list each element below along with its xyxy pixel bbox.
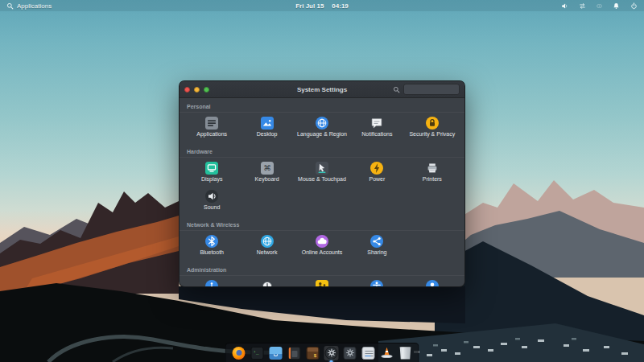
wallet-icon <box>307 347 320 360</box>
settings-item-sharing[interactable]: Sharing <box>349 233 404 261</box>
section-grid: ApplicationsDesktopLanguage & RegionNoti… <box>180 113 464 145</box>
settings-item-bluetooth[interactable]: Bluetooth <box>184 233 239 261</box>
notifications-icon <box>370 117 383 130</box>
dock-item-firefox[interactable] <box>232 346 246 360</box>
network-arrows-icon[interactable] <box>579 2 586 10</box>
applications-menu[interactable]: Applications <box>6 2 52 10</box>
dock-item-files[interactable] <box>269 346 283 360</box>
session-power-icon[interactable] <box>630 2 638 10</box>
applications-icon <box>205 117 218 130</box>
section-grid: AboutDate & TimeParental ControlUniversa… <box>180 276 464 287</box>
search-icon <box>6 2 14 10</box>
dock-item-settings[interactable] <box>324 346 339 360</box>
settings-item-about[interactable]: About <box>184 278 239 287</box>
user-accounts-icon <box>426 280 439 287</box>
settings-item-label: Online Accounts <box>302 249 343 255</box>
section-header-personal: Personal <box>180 100 464 113</box>
settings-item-sound[interactable]: Sound <box>184 188 239 216</box>
settings-item-label: Sound <box>204 204 220 210</box>
panel-indicators <box>561 2 638 10</box>
dock-item-appcenter[interactable] <box>361 346 376 360</box>
minimize-button[interactable] <box>194 87 200 93</box>
window-titlebar[interactable]: System Settings <box>180 81 464 98</box>
settings-item-label: Displays <box>201 176 222 182</box>
photos-icon <box>288 347 301 360</box>
window-controls <box>184 87 209 93</box>
settings-item-label: Notifications <box>361 131 392 137</box>
dock-item-vlc[interactable] <box>380 346 394 360</box>
settings-item-label: Security & Privacy <box>409 131 455 137</box>
dock <box>225 343 419 362</box>
settings-search-input[interactable] <box>403 84 460 95</box>
dock-item-trash[interactable] <box>398 346 413 360</box>
appcenter-icon <box>362 347 375 360</box>
settings-item-user-accounts[interactable]: User Accounts <box>405 278 460 287</box>
mouse-icon <box>316 162 328 175</box>
settings-body: PersonalApplicationsDesktopLanguage & Re… <box>180 98 464 287</box>
printers-icon <box>426 162 439 175</box>
settings-item-label: Sharing <box>367 249 386 255</box>
dock-item-tweaks[interactable] <box>343 346 357 360</box>
dock-item-wallet[interactable] <box>306 346 320 360</box>
settings-item-language[interactable]: Language & Region <box>295 115 349 143</box>
volume-icon[interactable] <box>561 2 568 10</box>
window-search <box>393 84 460 95</box>
settings-item-label: Desktop <box>257 131 278 137</box>
search-icon <box>393 86 400 93</box>
settings-item-label: Mouse & Touchpad <box>298 176 346 182</box>
desktop-icon <box>261 117 274 130</box>
online-accounts-icon <box>316 235 328 248</box>
settings-item-universal-access[interactable]: Universal Access <box>349 278 404 287</box>
section-grid: DisplaysKeyboardMouse & TouchpadPowerPri… <box>180 158 464 218</box>
security-icon <box>426 117 439 130</box>
settings-item-printers[interactable]: Printers <box>405 160 460 188</box>
top-panel: Applications Fri Jul 15 04:19 <box>0 0 644 11</box>
trash-icon <box>399 347 412 360</box>
settings-icon <box>325 347 338 360</box>
settings-item-label: Power <box>369 176 385 182</box>
language-icon <box>316 117 328 130</box>
settings-item-applications[interactable]: Applications <box>184 115 239 143</box>
panel-clock[interactable]: Fri Jul 15 04:19 <box>295 2 349 10</box>
firefox-icon <box>233 347 246 360</box>
close-button[interactable] <box>184 87 190 93</box>
maximize-button[interactable] <box>204 87 209 93</box>
settings-item-security[interactable]: Security & Privacy <box>405 115 460 143</box>
sound-icon <box>205 190 218 203</box>
settings-item-keyboard[interactable]: Keyboard <box>239 160 294 188</box>
notifications-bell-icon[interactable] <box>613 2 620 10</box>
applications-menu-label: Applications <box>17 2 52 10</box>
section-header-hardware: Hardware <box>180 145 464 158</box>
settings-item-notifications[interactable]: Notifications <box>349 115 404 143</box>
settings-item-label: Keyboard <box>255 176 279 182</box>
parental-icon <box>316 280 328 287</box>
displays-icon <box>205 162 218 175</box>
vlc-icon <box>381 347 394 360</box>
settings-item-network[interactable]: Network <box>239 233 294 261</box>
settings-item-online-accounts[interactable]: Online Accounts <box>295 233 349 261</box>
dock-item-photos[interactable] <box>287 346 302 360</box>
bluetooth-icon <box>205 235 218 248</box>
about-icon <box>205 280 218 287</box>
settings-item-datetime[interactable]: Date & Time <box>239 278 294 287</box>
keyboard-icon <box>261 162 274 175</box>
settings-item-mouse[interactable]: Mouse & Touchpad <box>295 160 349 188</box>
datetime-icon <box>261 280 274 287</box>
section-grid: BluetoothNetworkOnline AccountsSharing <box>180 231 464 263</box>
settings-item-desktop[interactable]: Desktop <box>239 115 294 143</box>
settings-item-label: Printers <box>423 176 442 182</box>
settings-item-label: Network <box>257 249 278 255</box>
input-method-icon[interactable] <box>597 3 602 9</box>
sharing-icon <box>370 235 383 248</box>
network-icon <box>261 235 274 248</box>
settings-item-parental[interactable]: Parental Control <box>295 278 349 287</box>
system-settings-window: System Settings PersonalApplicationsDesk… <box>179 80 465 287</box>
power-icon <box>370 162 383 175</box>
files-icon <box>270 347 283 360</box>
settings-item-power[interactable]: Power <box>349 160 404 188</box>
terminal-icon <box>251 347 264 360</box>
panel-time: 04:19 <box>332 2 348 10</box>
settings-item-displays[interactable]: Displays <box>184 160 239 188</box>
dock-item-terminal[interactable] <box>250 346 265 360</box>
settings-item-label: Applications <box>196 131 227 137</box>
